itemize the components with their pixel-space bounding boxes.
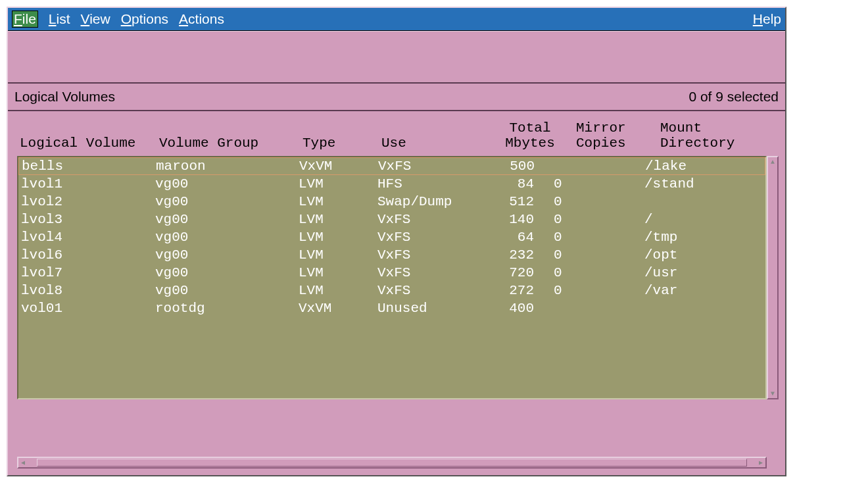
- cell-total-mbytes: 500: [482, 158, 554, 174]
- header-use: Use: [381, 120, 484, 151]
- cell-mount-directory: /: [644, 211, 763, 228]
- cell-mount-directory: [644, 193, 763, 211]
- cell-use: VxFS: [377, 246, 481, 264]
- selection-status: 0 of 9 selected: [688, 89, 779, 105]
- cell-use: Swap/Dump: [377, 193, 481, 211]
- cell-volume-group: vg00: [155, 246, 299, 264]
- cell-use: Unused: [377, 299, 481, 317]
- header-total-mbytes: Total Mbytes: [484, 120, 576, 151]
- cell-volume-group: vg00: [155, 282, 299, 299]
- cell-use: VxFS: [377, 282, 481, 299]
- menu-help[interactable]: Help: [753, 11, 781, 27]
- hscroll-area: ◀ ▶: [8, 454, 785, 475]
- cell-total-mbytes: 400: [481, 299, 554, 317]
- panel-title-row: Logical Volumes 0 of 9 selected: [8, 84, 785, 111]
- cell-use: VxFS: [377, 211, 481, 228]
- cell-mirror-copies: 0: [554, 211, 644, 228]
- header-volume-group: Volume Group: [159, 120, 302, 151]
- cell-type: VxVM: [299, 158, 378, 174]
- main-window: File List View Options Actions Help Logi…: [7, 7, 786, 476]
- header-type: Type: [302, 120, 381, 151]
- cell-volume-group: vg00: [155, 211, 299, 228]
- cell-type: LVM: [299, 246, 377, 264]
- cell-use: VxFS: [377, 264, 481, 282]
- table-row[interactable]: lvol8vg00LVMVxFS2720/var: [18, 282, 765, 299]
- cell-mount-directory: /opt: [644, 246, 763, 264]
- cell-logical-volume: lvol2: [21, 193, 155, 211]
- table-row[interactable]: vol01rootdgVxVMUnused400: [18, 299, 765, 317]
- table-row[interactable]: lvol1vg00LVMHFS840/stand: [18, 175, 765, 193]
- cell-volume-group: maroon: [156, 158, 299, 174]
- cell-mount-directory: /lake: [645, 158, 762, 174]
- cell-volume-group: vg00: [155, 193, 299, 211]
- scroll-left-icon[interactable]: ◀: [18, 458, 28, 467]
- cell-mirror-copies: [554, 299, 644, 317]
- cell-volume-group: vg00: [155, 175, 299, 193]
- cell-use: HFS: [377, 175, 481, 193]
- menu-list[interactable]: List: [49, 11, 70, 27]
- table-row[interactable]: lvol4vg00LVMVxFS640/tmp: [18, 228, 765, 246]
- cell-logical-volume: lvol7: [21, 264, 155, 282]
- cell-mount-directory: /usr: [644, 264, 763, 282]
- scroll-right-icon[interactable]: ▶: [756, 458, 765, 467]
- cell-type: LVM: [299, 211, 377, 228]
- cell-type: LVM: [299, 282, 377, 299]
- cell-logical-volume: lvol1: [21, 175, 155, 193]
- menu-options[interactable]: Options: [121, 11, 168, 27]
- table-row[interactable]: lvol2vg00LVMSwap/Dump5120: [18, 193, 765, 211]
- cell-logical-volume: lvol8: [21, 282, 155, 299]
- volume-list[interactable]: bellsmaroonVxVMVxFS500/lakelvol1vg00LVMH…: [17, 156, 767, 399]
- table-row[interactable]: lvol6vg00LVMVxFS2320/opt: [18, 246, 765, 264]
- table-row[interactable]: bellsmaroonVxVMVxFS500/lake: [18, 157, 765, 175]
- cell-total-mbytes: 84: [481, 175, 554, 193]
- header-logical-volume: Logical Volume: [20, 120, 159, 151]
- cell-total-mbytes: 64: [481, 228, 554, 246]
- cell-mount-directory: [644, 299, 763, 317]
- vertical-scrollbar[interactable]: ▲ ▼: [767, 156, 779, 399]
- cell-logical-volume: lvol3: [21, 211, 155, 228]
- scroll-down-icon[interactable]: ▼: [768, 389, 777, 398]
- header-mount-directory: Mount Directory: [660, 120, 779, 151]
- cell-mirror-copies: 0: [554, 193, 644, 211]
- cell-mount-directory: /tmp: [644, 228, 763, 246]
- cell-type: LVM: [299, 193, 377, 211]
- cell-mirror-copies: 0: [554, 282, 644, 299]
- cell-mount-directory: /stand: [644, 175, 763, 193]
- cell-total-mbytes: 720: [481, 264, 554, 282]
- cell-type: LVM: [299, 264, 377, 282]
- cell-total-mbytes: 232: [481, 246, 554, 264]
- cell-logical-volume: vol01: [21, 299, 155, 317]
- cell-use: VxFS: [378, 158, 482, 174]
- cell-logical-volume: lvol6: [21, 246, 155, 264]
- table-row[interactable]: lvol7vg00LVMVxFS7200/usr: [18, 264, 765, 282]
- cell-total-mbytes: 512: [481, 193, 554, 211]
- cell-type: LVM: [299, 228, 377, 246]
- cell-total-mbytes: 272: [481, 282, 554, 299]
- cell-logical-volume: bells: [22, 158, 156, 174]
- menu-actions[interactable]: Actions: [179, 11, 224, 27]
- cell-mirror-copies: 0: [554, 228, 644, 246]
- table-row[interactable]: lvol3vg00LVMVxFS1400/: [18, 211, 765, 228]
- cell-volume-group: rootdg: [155, 299, 299, 317]
- cell-type: VxVM: [299, 299, 377, 317]
- cell-volume-group: vg00: [155, 228, 299, 246]
- cell-volume-group: vg00: [155, 264, 299, 282]
- toolbar-area: [8, 31, 785, 84]
- cell-mount-directory: /var: [644, 282, 763, 299]
- cell-mirror-copies: [554, 158, 645, 174]
- cell-mirror-copies: 0: [554, 264, 644, 282]
- header-mirror-copies: Mirror Copies: [576, 120, 660, 151]
- content-area: bellsmaroonVxVMVxFS500/lakelvol1vg00LVMH…: [8, 156, 785, 454]
- menubar: File List View Options Actions Help: [8, 8, 785, 31]
- cell-mirror-copies: 0: [554, 175, 644, 193]
- menu-file[interactable]: File: [12, 11, 38, 28]
- cell-logical-volume: lvol4: [21, 228, 155, 246]
- scroll-up-icon[interactable]: ▲: [768, 157, 777, 166]
- column-headers: Logical Volume Volume Group Type Use Tot…: [8, 111, 785, 156]
- horizontal-scrollbar[interactable]: ◀ ▶: [17, 457, 767, 469]
- cell-type: LVM: [299, 175, 377, 193]
- cell-use: VxFS: [377, 228, 481, 246]
- menu-view[interactable]: View: [81, 11, 110, 27]
- hscroll-thumb[interactable]: [37, 459, 747, 467]
- cell-mirror-copies: 0: [554, 246, 644, 264]
